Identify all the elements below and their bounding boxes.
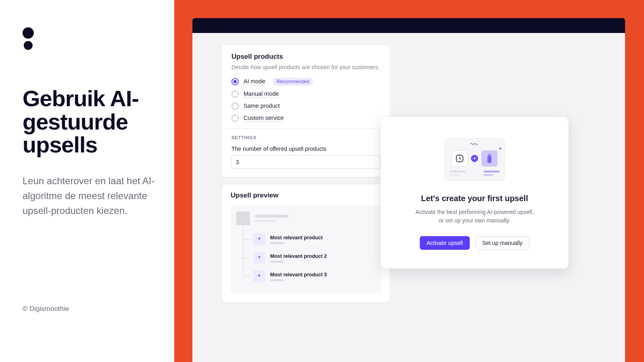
sparkle-icon [253,270,265,282]
plus-icon: + [471,155,478,162]
number-of-upsells-input[interactable] [231,155,380,169]
copyright-text: © Digismoothie [23,305,69,313]
radio-manual-mode[interactable]: Manual mode [231,90,380,98]
card-description: Decide how upsell products are chosen fo… [231,64,380,70]
radio-label: AI mode [244,78,265,85]
sparkle-icon [497,146,504,153]
radio-custom-service[interactable]: Custom service [231,115,380,122]
sparkle-icon [253,233,265,245]
sparkle-icon [253,252,265,264]
modal-illustration: + [397,138,552,181]
create-first-upsell-modal: + Let's create your first upsell [380,117,569,269]
svg-rect-1 [488,154,491,155]
preview-item: Most relevant product 3 [244,267,376,286]
preview-title: Upsell preview [231,191,381,200]
number-field-label: The number of offered upsell products [231,146,380,152]
radio-label: Manual mode [244,90,279,98]
radio-icon [231,78,239,85]
modal-title: Let's create your first upsell [397,194,552,203]
logo-icon [23,27,158,50]
marketing-headline: Gebruik AI-gestuurde upsells [23,87,158,156]
upsell-preview-card: Upsell preview [221,184,390,303]
modal-description: Activate the best performing AI-powered … [397,208,552,225]
radio-label: Custom service [244,115,284,122]
wave-icon [470,142,479,146]
radio-ai-mode[interactable]: AI mode Recommended [231,78,380,86]
preview-root-product [236,212,376,225]
clock-icon [452,150,468,167]
recommended-badge: Recommended [272,78,313,86]
activate-upsell-button[interactable]: Activate upsell [420,236,470,250]
radio-icon [231,103,239,110]
app-window: Upsell products Decide how upsell produc… [192,18,625,362]
radio-label: Same product [244,103,280,110]
marketing-panel: Gebruik AI-gestuurde upsells Leun achter… [0,0,174,362]
radio-icon [231,90,239,98]
settings-heading: SETTINGS [231,135,380,140]
preview-body: Most relevant product Most relevant prod… [231,206,381,293]
preview-item-title: Most relevant product 3 [270,272,327,278]
marketing-subhead: Leun achterover en laat het AI-algoritme… [23,173,158,218]
preview-item: Most relevant product [244,230,376,249]
card-title: Upsell products [231,53,380,61]
preview-item: Most relevant product 2 [244,249,376,267]
svg-rect-2 [487,156,491,163]
app-titlebar [192,18,625,33]
product-thumb-placeholder [236,212,250,225]
preview-item-title: Most relevant product [270,235,323,241]
radio-same-product[interactable]: Same product [231,103,380,110]
setup-manually-button[interactable]: Set up manually [475,236,529,250]
app-canvas: Upsell products Decide how upsell produc… [221,44,625,362]
bottle-icon [481,150,497,167]
radio-icon [231,115,239,122]
stage: Upsell products Decide how upsell produc… [174,0,644,362]
preview-item-title: Most relevant product 2 [270,253,327,259]
upsell-products-card: Upsell products Decide how upsell produc… [221,44,390,177]
